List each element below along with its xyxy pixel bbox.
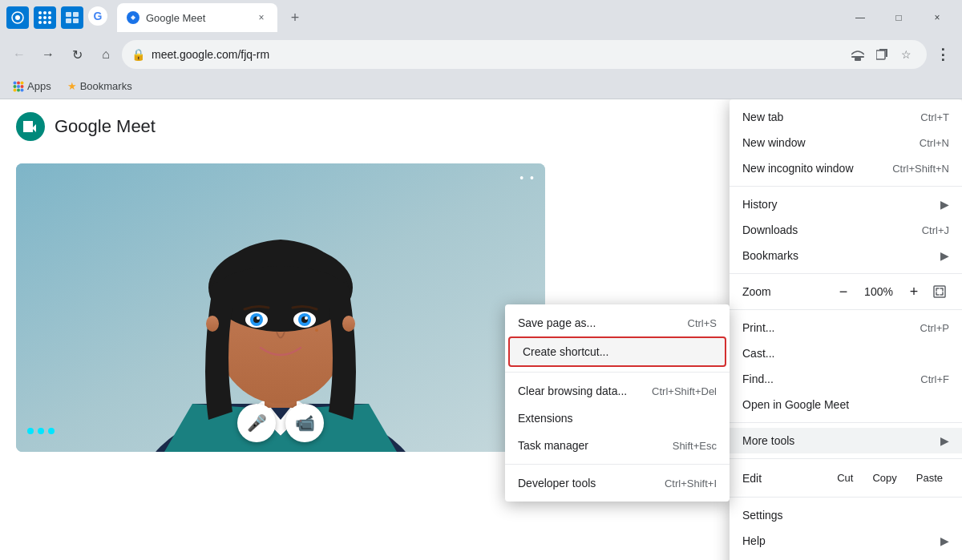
camera-button[interactable]: 📹 xyxy=(285,404,324,442)
video-area: • • 🎤 📹 ⋮ xyxy=(16,163,545,452)
more-tools-submenu: Save page as... Ctrl+S Create shortcut..… xyxy=(505,304,730,502)
menu-item-cast[interactable]: Cast... xyxy=(730,340,962,366)
apps-bookmark[interactable]: Apps xyxy=(6,79,58,94)
menu-item-help[interactable]: Help ▶ xyxy=(730,528,962,554)
svg-rect-9 xyxy=(876,50,885,59)
chrome-favicon: G xyxy=(88,6,107,26)
chrome-menu: New tab Ctrl+T New window Ctrl+N New inc… xyxy=(730,99,962,560)
menu-item-new-tab[interactable]: New tab Ctrl+T xyxy=(730,104,962,130)
top-dots[interactable]: • • xyxy=(519,171,536,184)
apps-label: Apps xyxy=(27,80,51,92)
bookmark-star-icon[interactable]: ☆ xyxy=(895,43,917,66)
svg-rect-3 xyxy=(73,12,79,17)
url-text: meet.google.com/fjq-rm xyxy=(152,48,840,61)
menu-item-settings[interactable]: Settings xyxy=(730,502,962,528)
zoom-in-button[interactable]: + xyxy=(904,282,924,301)
menu-divider-3 xyxy=(730,309,962,310)
title-bar: G Google Meet × + — □ × xyxy=(0,0,962,35)
mic-button[interactable]: 🎤 xyxy=(237,404,276,442)
cast-icon[interactable] xyxy=(847,43,869,66)
svg-rect-4 xyxy=(66,18,71,23)
svg-rect-2 xyxy=(66,12,71,17)
svg-rect-7 xyxy=(851,56,864,58)
home-button[interactable]: ⌂ xyxy=(93,42,119,67)
back-button[interactable]: ← xyxy=(6,42,32,67)
taskbar-icons: G xyxy=(6,6,107,29)
svg-point-16 xyxy=(14,88,17,91)
address-actions: ☆ xyxy=(847,43,917,66)
svg-point-33 xyxy=(206,316,219,332)
zoom-out-button[interactable]: − xyxy=(834,282,853,301)
svg-point-18 xyxy=(21,88,24,91)
tab-favicon xyxy=(127,11,139,24)
menu-item-more-tools[interactable]: More tools ▶ xyxy=(730,428,962,453)
svg-point-15 xyxy=(21,85,24,88)
menu-item-print[interactable]: Print... Ctrl+P xyxy=(730,315,962,340)
submenu-dev-tools[interactable]: Developer tools Ctrl+Shift+I xyxy=(505,469,730,497)
address-bar[interactable]: 🔒 meet.google.com/fjq-rm ☆ xyxy=(122,40,927,69)
open-tab-icon[interactable] xyxy=(871,43,893,66)
tab-close-button[interactable]: × xyxy=(255,11,268,24)
zoom-controls: − 100% + xyxy=(834,282,949,301)
menu-button[interactable]: ⋮ xyxy=(930,42,956,67)
zoom-expand-button[interactable] xyxy=(930,282,949,301)
submenu-extensions[interactable]: Extensions xyxy=(505,405,730,432)
submenu-task-manager[interactable]: Task manager Shift+Esc xyxy=(505,432,730,459)
close-button[interactable]: × xyxy=(919,6,956,30)
nav-bar: ← → ↻ ⌂ 🔒 meet.google.com/fjq-rm xyxy=(0,35,962,74)
submenu-divider-2 xyxy=(505,464,730,465)
svg-point-13 xyxy=(14,85,17,88)
browser-window: G Google Meet × + — □ × ← → ↻ ⌂ 🔒 meet.g xyxy=(0,0,962,560)
menu-divider-5 xyxy=(730,458,962,459)
submenu-clear-data[interactable]: Clear browsing data... Ctrl+Shift+Del xyxy=(505,377,730,405)
video-controls: 🎤 📹 xyxy=(237,404,324,442)
menu-item-bookmarks[interactable]: Bookmarks ▶ xyxy=(730,243,962,268)
forward-button[interactable]: → xyxy=(35,42,61,67)
minimize-button[interactable]: — xyxy=(842,6,879,30)
svg-point-32 xyxy=(305,316,308,320)
bookmarks-label: Bookmarks xyxy=(80,80,132,92)
window-controls: — □ × xyxy=(842,6,956,30)
meet-logo xyxy=(16,112,45,141)
svg-point-35 xyxy=(315,328,318,332)
submenu-save-page[interactable]: Save page as... Ctrl+S xyxy=(505,309,730,336)
svg-point-11 xyxy=(17,81,20,84)
menu-item-find[interactable]: Find... Ctrl+F xyxy=(730,366,962,392)
menu-item-open-meet[interactable]: Open in Google Meet xyxy=(730,392,962,417)
menu-item-downloads[interactable]: Downloads Ctrl+J xyxy=(730,217,962,243)
taskview-icon[interactable] xyxy=(61,6,83,29)
svg-point-17 xyxy=(17,88,20,91)
zoom-value: 100% xyxy=(859,285,898,298)
bookmarks-item[interactable]: ★ Bookmarks xyxy=(61,79,139,94)
tab-title: Google Meet xyxy=(146,12,249,24)
edit-row: Edit Cut Copy Paste xyxy=(730,464,962,492)
svg-point-1 xyxy=(15,15,20,20)
paste-button[interactable]: Paste xyxy=(910,469,949,487)
maximize-button[interactable]: □ xyxy=(880,6,917,30)
new-tab-button[interactable]: + xyxy=(284,6,306,29)
svg-point-14 xyxy=(17,85,20,88)
menu-divider-6 xyxy=(730,497,962,498)
svg-point-10 xyxy=(14,81,17,84)
submenu-create-shortcut[interactable]: Create shortcut... xyxy=(508,336,726,367)
menu-item-new-window[interactable]: New window Ctrl+N xyxy=(730,130,962,155)
menu-item-exit[interactable]: Exit xyxy=(730,554,962,560)
copy-button[interactable]: Copy xyxy=(866,469,903,487)
meet-title: Google Meet xyxy=(55,116,156,137)
page-content: Google Meet xyxy=(0,99,962,560)
svg-rect-5 xyxy=(73,18,79,23)
svg-point-12 xyxy=(21,81,24,84)
active-tab[interactable]: Google Meet × xyxy=(117,3,277,32)
menu-item-history[interactable]: History ▶ xyxy=(730,191,962,217)
start-icon[interactable] xyxy=(6,6,29,29)
grid-icon[interactable] xyxy=(34,6,56,29)
menu-divider-1 xyxy=(730,186,962,187)
svg-rect-8 xyxy=(855,58,861,61)
refresh-button[interactable]: ↻ xyxy=(64,42,90,67)
indicator-dots xyxy=(27,428,55,434)
svg-point-34 xyxy=(342,316,355,332)
cut-button[interactable]: Cut xyxy=(831,469,859,487)
menu-item-incognito[interactable]: New incognito window Ctrl+Shift+N xyxy=(730,155,962,181)
menu-divider-2 xyxy=(730,273,962,274)
submenu-divider-1 xyxy=(505,372,730,373)
